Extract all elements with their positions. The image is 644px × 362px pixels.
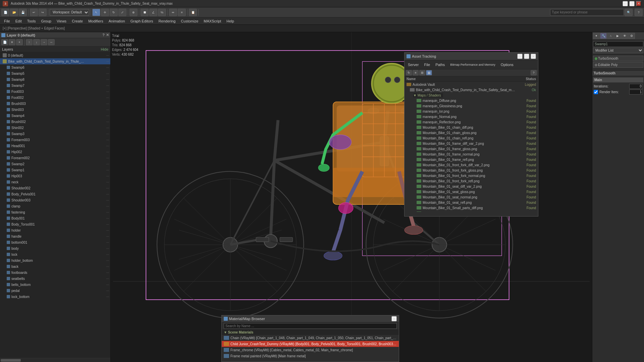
layer-item-menu[interactable]: ··· <box>106 108 110 112</box>
layer-item[interactable]: Swamp2··· <box>0 161 110 167</box>
at-list-item[interactable]: Mountain_Bike_01_front_fork_refl.pngFoun… <box>405 178 538 184</box>
layer-item-menu[interactable]: ··· <box>106 283 110 287</box>
layer-item[interactable]: bottom001··· <box>0 239 110 245</box>
layer-item-menu[interactable]: ··· <box>106 198 110 202</box>
render-iters-input[interactable] <box>629 89 643 95</box>
rp-motion-icon[interactable]: ▶ <box>614 33 621 39</box>
layer-item-menu[interactable]: ··· <box>106 78 110 81</box>
workspace-dropdown[interactable]: Workspace: Default <box>50 9 89 16</box>
layer-item[interactable]: Swamp8··· <box>0 76 110 82</box>
menu-maxscript[interactable]: MAXScript <box>201 17 224 25</box>
at-list-item[interactable]: Mountain_Bike_01_frame_normal.pngFound <box>405 152 538 157</box>
layer-item-menu[interactable]: ··· <box>106 180 110 184</box>
layer-item-menu[interactable]: ··· <box>106 295 110 299</box>
reference-button[interactable]: ⊕ <box>129 9 138 16</box>
at-maximize-button[interactable]: □ <box>524 54 529 59</box>
at-list-item[interactable]: Mountain_Bike_01_seat_diff_var_2.pngFoun… <box>405 184 538 189</box>
mb-material-item[interactable]: Frame_chrome (VRayMtl) [Cables_metal, Ca… <box>222 347 399 353</box>
mb-material-item[interactable]: Child Junior_CrashTest_Dummy (VRayMtl) [… <box>222 341 399 347</box>
layer-item[interactable]: Body_Pelvis001··· <box>0 191 110 197</box>
layer-item[interactable]: lock··· <box>0 251 110 257</box>
layer-item-menu[interactable]: ··· <box>106 162 110 166</box>
rp-display-icon[interactable]: 👁 <box>621 33 628 39</box>
new-button[interactable]: 📄 <box>1 9 9 16</box>
mb-materials-list[interactable]: ▼ Scene MaterialsChain (VRayMtl) [Chain_… <box>222 330 399 359</box>
layer-item[interactable]: Brush003··· <box>0 101 110 107</box>
layer-item[interactable]: neck··· <box>0 179 110 185</box>
menu-help[interactable]: Help <box>224 17 237 25</box>
layer-item-menu[interactable]: ··· <box>106 259 110 262</box>
menu-file[interactable]: File <box>1 17 13 25</box>
layer-item-menu[interactable]: ··· <box>106 156 110 160</box>
at-list-item[interactable]: manequin_Diffuse.pngFound <box>405 98 538 103</box>
rp-create-icon[interactable]: ✦ <box>593 33 600 39</box>
rp-modify-icon[interactable]: 🔧 <box>600 33 607 39</box>
layer-item-menu[interactable]: ··· <box>106 265 110 268</box>
layer-item[interactable]: Hip003··· <box>0 173 110 179</box>
layers-select-button[interactable]: → <box>41 39 47 45</box>
layer-item-menu[interactable]: ··· <box>106 114 110 118</box>
layer-item[interactable]: lock_bottom··· <box>0 294 110 300</box>
at-icon-view[interactable]: ⊞ <box>419 70 425 75</box>
layer-item-menu[interactable]: ··· <box>106 66 110 69</box>
layer-item[interactable]: Swamp4··· <box>0 113 110 119</box>
layer-item-menu[interactable]: ··· <box>106 168 110 172</box>
at-list-item[interactable]: Mountain_Bike_01_front_fork_diff_var_2.p… <box>405 162 538 168</box>
menu-graph-editors[interactable]: Graph Editors <box>128 17 156 25</box>
layer-item[interactable]: Shin003··· <box>0 107 110 113</box>
menu-animation[interactable]: Animation <box>106 17 128 25</box>
layer-item[interactable]: footboards··· <box>0 269 110 276</box>
at-list-item[interactable]: manequin_lor.pngFound <box>405 109 538 114</box>
layer-item[interactable]: Swamp1··· <box>0 167 110 173</box>
layer-item-menu[interactable]: ··· <box>106 84 110 87</box>
layer-item-menu[interactable]: ··· <box>106 217 110 220</box>
at-list-item[interactable]: Mountain_Bike_01_seat_refl.pngFound <box>405 200 538 205</box>
layer-item[interactable]: Swamp5··· <box>0 70 110 76</box>
layer-item[interactable]: Head001··· <box>0 143 110 149</box>
layer-item[interactable]: body··· <box>0 245 110 251</box>
layer-item[interactable]: pedal··· <box>0 288 110 294</box>
save-button[interactable]: 💾 <box>19 9 27 16</box>
layer-item-menu[interactable]: ··· <box>106 241 110 244</box>
scale-button[interactable]: ⤢ <box>118 9 126 16</box>
layer-item-menu[interactable]: ··· <box>106 60 110 63</box>
layer-item-menu[interactable]: ··· <box>106 247 110 250</box>
layer-item-menu[interactable]: ··· <box>106 223 110 226</box>
at-list-item[interactable]: manequin_Reflection.pngFound <box>405 119 538 125</box>
angle-snap[interactable]: ∠ <box>149 9 157 16</box>
menu-customize[interactable]: Customize <box>178 17 201 25</box>
at-list-item[interactable]: Mountain_Bike_01_seat_normal.pngFound <box>405 194 538 200</box>
rp-utilities-icon[interactable]: ⚙ <box>628 33 635 39</box>
layer-item[interactable]: holder··· <box>0 227 110 233</box>
at-list-item[interactable]: Mountain_Bike_01_Small_parts_gloss.pngFo… <box>405 210 538 212</box>
at-menu-options[interactable]: Options <box>499 61 515 68</box>
move-button[interactable]: ✛ <box>101 9 109 16</box>
layer-item-menu[interactable]: ··· <box>106 138 110 142</box>
layer-item[interactable]: Body_Torso001··· <box>0 221 110 227</box>
at-refresh-button[interactable]: ↻ <box>406 70 412 75</box>
rp-hierarchy-icon[interactable]: ⑃ <box>607 33 614 39</box>
at-list-item[interactable]: Mountain_Bike_01_front_fork_gloss.pngFou… <box>405 168 538 173</box>
layer-item[interactable]: Forearm003··· <box>0 137 110 143</box>
scrollbar-thumb[interactable] <box>1 359 21 362</box>
at-list-item[interactable]: Mountain_Bike_01_frame_diff_var_2.pngFou… <box>405 141 538 146</box>
at-menu-bitmap[interactable]: Bitmap Performance and Memory <box>449 61 497 68</box>
redo-button[interactable]: ↪ <box>39 9 47 16</box>
undo-button[interactable]: ↩ <box>30 9 38 16</box>
layer-item-menu[interactable]: ··· <box>106 102 110 106</box>
layer-item[interactable]: seatbelts··· <box>0 276 110 282</box>
turbosmooth-modifier[interactable]: TurboSmooth <box>593 56 643 61</box>
at-list-item[interactable]: Bike_with_Child_Crash_Test_Dummy_in_Thul… <box>405 87 538 93</box>
layer-item[interactable]: belts_bottom··· <box>0 282 110 288</box>
menu-group[interactable]: Group <box>38 17 54 25</box>
at-list-item[interactable]: ▼ Maps / Shaders <box>405 93 538 98</box>
layer-item[interactable]: Forearm002··· <box>0 155 110 161</box>
at-items-list[interactable]: Autodesk VaultLoggedBike_with_Child_Cras… <box>405 82 538 212</box>
layer-item-menu[interactable]: ··· <box>106 271 110 275</box>
layer-item-menu[interactable]: ··· <box>106 204 110 208</box>
layers-hide-button[interactable]: Hide <box>101 47 108 51</box>
layer-item-menu[interactable]: ··· <box>106 144 110 148</box>
layer-item-menu[interactable]: ··· <box>106 174 110 178</box>
layer-item[interactable]: handle··· <box>0 233 110 239</box>
maximize-button[interactable]: □ <box>629 1 635 6</box>
